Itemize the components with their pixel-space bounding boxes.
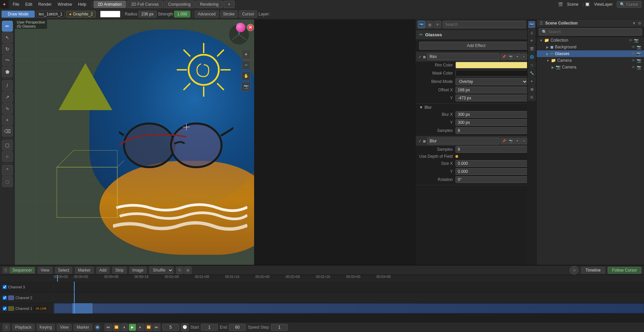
glasses-render[interactable]: 📷 xyxy=(637,52,641,56)
menu-window[interactable]: Window xyxy=(55,1,75,7)
collection-render[interactable]: 📷 xyxy=(634,38,639,43)
tool-misc[interactable]: ⌃ xyxy=(2,165,13,176)
tree-item-camera[interactable]: ▶ 📷 Camera 👁 📷 xyxy=(537,64,644,70)
transport-jump-end[interactable]: ⏭ xyxy=(153,324,160,331)
prop-icon-constraint[interactable]: ⛓ xyxy=(528,93,535,101)
keying-btn[interactable]: Keying xyxy=(37,324,55,331)
material-name-field[interactable]: ● Graphite_2 xyxy=(66,11,96,17)
follow-cursor-btn[interactable]: Follow Cursor xyxy=(608,267,641,274)
rim-down-icon[interactable]: ▼ xyxy=(514,54,520,60)
seq-image-btn[interactable]: Image xyxy=(129,267,147,274)
offset-x-value[interactable]: 168 px xyxy=(455,87,528,93)
end-value[interactable]: 60 xyxy=(229,324,246,331)
mode-add-workspace[interactable]: + xyxy=(224,1,235,8)
seq-select-btn[interactable]: Select xyxy=(55,267,72,274)
cam-folder-eye[interactable]: 👁 xyxy=(632,58,635,62)
size-y-value[interactable]: 0.000 xyxy=(455,168,528,175)
transport-play[interactable]: ▶ xyxy=(129,324,136,331)
blur-y-value[interactable]: 300 px xyxy=(455,119,528,126)
rim-close-icon[interactable]: ✕ xyxy=(521,54,527,60)
top-search-bar[interactable]: 🔍 Cursor xyxy=(617,1,641,8)
tool-smooth[interactable]: 〜 xyxy=(2,55,13,66)
transport-ffwd[interactable]: ⏩ xyxy=(145,324,152,331)
tool-rect[interactable]: ▢ xyxy=(2,140,13,150)
blur-samples-value[interactable]: 8 xyxy=(455,127,528,134)
transport-prev[interactable]: ⏪ xyxy=(113,324,120,331)
options-icon[interactable]: ⚙ xyxy=(638,21,641,26)
props-view-icon[interactable]: 👁 xyxy=(434,21,441,28)
draw-mode-btn[interactable]: Draw Mode xyxy=(1,10,35,18)
cam-eye[interactable]: 👁 xyxy=(632,65,635,69)
start-value[interactable]: 1 xyxy=(201,324,218,331)
cam-folder-render[interactable]: 📷 xyxy=(637,58,641,63)
mode-2d-full-canvas[interactable]: 2D Full Canvas xyxy=(127,1,163,8)
add-effect-btn[interactable]: Add Effect xyxy=(419,42,533,50)
prop-icon-view[interactable]: 👁 xyxy=(528,37,535,44)
sync2-icon[interactable]: ⊕ xyxy=(184,267,192,274)
menu-file[interactable]: File xyxy=(10,1,22,7)
advanced-btn[interactable]: Advanced xyxy=(195,10,218,18)
tree-item-glasses[interactable]: ▶ ✏ Glasses 👁 📷 xyxy=(537,50,644,57)
mask-color-swatch[interactable] xyxy=(455,70,528,77)
strength-value[interactable]: 1.000 xyxy=(174,11,190,17)
seq-marker-btn[interactable]: Marker xyxy=(75,267,93,274)
collection-eye[interactable]: 👁 xyxy=(629,38,633,42)
rim-name-input[interactable] xyxy=(427,53,499,60)
prop-icon-modifier[interactable]: 🔧 xyxy=(528,69,535,77)
tool-eraser[interactable]: ⌫ xyxy=(2,126,13,137)
ch2-checkbox[interactable] xyxy=(3,296,7,300)
tool-extra[interactable]: ◌ xyxy=(2,176,13,187)
seq-view-btn[interactable]: View xyxy=(38,267,52,274)
radius-value[interactable]: 236 px xyxy=(138,11,157,17)
sync-icon[interactable]: ↻ xyxy=(176,267,184,274)
bg-render[interactable]: 📷 xyxy=(637,45,641,49)
prop-icon-output[interactable]: 🖨 xyxy=(528,29,535,36)
stroke-btn[interactable]: Stroke xyxy=(220,10,238,18)
mode-compositing[interactable]: Compositing xyxy=(164,1,195,8)
tool-draw[interactable]: ✏ xyxy=(2,21,13,32)
blur2-samples-value[interactable]: 8 xyxy=(455,146,528,153)
blur1-arrow[interactable]: ▼ xyxy=(419,105,423,110)
props-output-icon[interactable]: ▦ xyxy=(426,21,433,28)
ch3-checkbox[interactable] xyxy=(3,285,7,289)
mode-rendering[interactable]: Rendering xyxy=(196,1,223,8)
props-search-input[interactable] xyxy=(443,21,526,28)
dof-dot[interactable] xyxy=(455,155,458,158)
transport-back[interactable]: ⏴ xyxy=(121,324,128,331)
transport-jump-start[interactable]: ⏮ xyxy=(105,324,112,331)
blur2-down-icon[interactable]: ▼ xyxy=(514,138,520,144)
seq-strip-btn[interactable]: Strip xyxy=(112,267,127,274)
blur2-camera-icon[interactable]: 📷 xyxy=(508,138,514,144)
blend-mode-select[interactable]: Overlay Normal Multiply xyxy=(455,78,528,85)
prop-icon-render[interactable]: 📷 xyxy=(528,21,535,28)
filter-icon[interactable]: ▼ xyxy=(632,21,636,25)
pb-status-dot[interactable] xyxy=(94,324,100,330)
ch3-track[interactable] xyxy=(54,282,644,292)
sequencer-mode-btn[interactable]: Sequencer xyxy=(9,267,35,274)
red-orb[interactable]: ✕ xyxy=(247,24,254,31)
glasses-eye[interactable]: 👁 xyxy=(632,52,635,56)
pb-marker-btn[interactable]: Marker xyxy=(74,324,92,331)
menu-edit[interactable]: Edit xyxy=(23,1,35,7)
object-name-field[interactable]: tex_1sktch_1 xyxy=(36,11,65,17)
prop-icon-data[interactable]: ▦ xyxy=(528,85,535,93)
rim-color-swatch[interactable] xyxy=(455,62,528,68)
tool-fill[interactable]: ⬟ xyxy=(2,66,13,77)
tree-item-background[interactable]: ▶ ◼ Background 👁 📷 xyxy=(537,44,644,50)
shuffle-select[interactable]: Shuffle xyxy=(149,267,173,274)
tool-arrow[interactable]: ↗ xyxy=(2,92,13,102)
tool-pointer[interactable]: ↖ xyxy=(2,32,13,43)
rotation-value[interactable]: 0° xyxy=(455,176,528,183)
ch1-checkbox[interactable] xyxy=(3,306,7,311)
size-x-value[interactable]: 0.000 xyxy=(455,160,528,167)
seq-header-icon[interactable]: ☰ xyxy=(3,267,9,273)
zoom-in-btn[interactable]: + xyxy=(241,50,251,59)
tree-item-camera-folder[interactable]: ▼ 📁 Camera 👁 📷 xyxy=(537,57,644,64)
prop-icon-world[interactable]: 🌐 xyxy=(528,53,535,60)
menu-help[interactable]: Help xyxy=(75,1,89,7)
playback-btn[interactable]: Playback xyxy=(12,324,35,331)
blur-x-value[interactable]: 300 px xyxy=(455,111,528,118)
blur2-check[interactable]: ✓ xyxy=(418,139,421,143)
props-render-icon[interactable]: 📷 xyxy=(418,21,425,28)
cam-render[interactable]: 📷 xyxy=(637,65,641,69)
